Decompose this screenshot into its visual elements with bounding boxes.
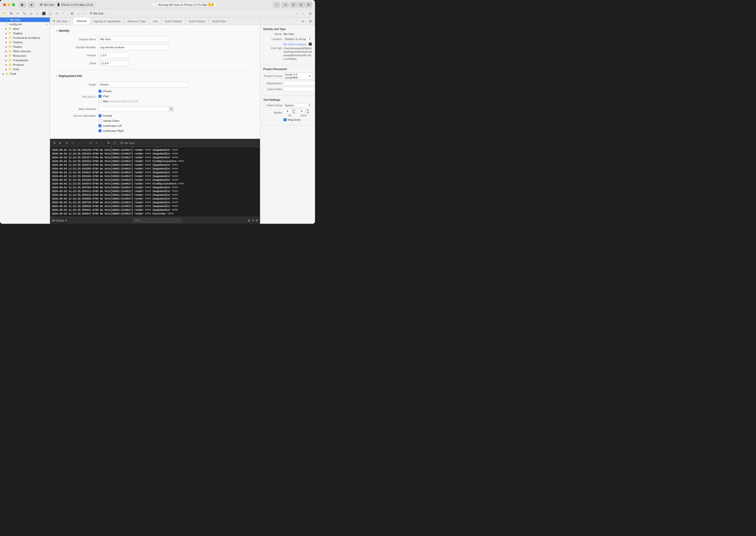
nav-back-btn[interactable]: ‹ [76, 11, 81, 16]
indent-using-select[interactable]: Spaces ▼ [283, 103, 312, 107]
main-interface-input[interactable] [98, 106, 169, 112]
we-vote-selector[interactable]: ⚙ We Vote [120, 141, 135, 145]
project-format-select[interactable]: Xcode 3.2-compatible ▼ [283, 73, 312, 80]
console-breakpoint-btn[interactable]: ⬛ [112, 141, 117, 146]
run-button[interactable]: ▶ [19, 2, 26, 8]
version-input[interactable] [98, 52, 128, 58]
share-btn[interactable]: ↑ [60, 11, 66, 16]
console-pause-btn[interactable]: ⏸ [64, 141, 69, 146]
breakpoint-btn[interactable]: ◯ [48, 11, 53, 16]
inspector-btn-1[interactable]: 📄 [292, 18, 298, 24]
sidebar-item-classes[interactable]: ▶ 📁 Classes [0, 40, 50, 45]
sidebar-item-staging[interactable]: ▶ 📁 Staging [0, 31, 50, 36]
debug-btn[interactable]: ⬛ [41, 11, 47, 16]
console-share-btn[interactable]: ↑ [100, 141, 105, 146]
add-tab-button[interactable]: + [273, 2, 280, 8]
display-name-input[interactable] [98, 37, 169, 42]
tab-signing[interactable]: Signing & Capabilities [90, 17, 124, 25]
layout-btn-3[interactable]: ⊠ [305, 2, 312, 8]
scheme-device-selector[interactable]: ⚙ We Vote › 📱 iPhone 11 Pro Max (13.3) [37, 2, 95, 7]
search-btn[interactable]: 🔍 [21, 11, 27, 16]
indent-width-up[interactable]: ▲ [306, 109, 310, 111]
dropdown-arrow[interactable]: ▼ [169, 106, 174, 112]
sidebar-item-pods-nested[interactable]: ▶ 📁 Pods [0, 67, 50, 72]
target-dropdown[interactable]: ◇ [69, 20, 70, 22]
mac-checkbox[interactable] [98, 100, 102, 103]
sidebar-item-wevote[interactable]: ▾ 🔷 We Vote [0, 17, 50, 22]
sidebar-item-frameworks[interactable]: ▶ 📁 Frameworks [0, 58, 50, 62]
portrait-checkbox[interactable]: ✓ [98, 114, 102, 117]
indent-width-down[interactable]: ▼ [306, 111, 310, 114]
layout-btn-2[interactable]: ⊞ [298, 2, 305, 8]
history-btn[interactable]: ↩ [54, 11, 59, 16]
test-btn[interactable]: ✓ [35, 11, 40, 16]
refresh-icon[interactable]: ⬛ [309, 43, 312, 46]
console-view-btn[interactable]: ≡ [94, 141, 99, 146]
layout-btn-1[interactable]: ⊟ [290, 2, 297, 8]
console-step-out-btn[interactable]: ↑ [82, 141, 87, 146]
close-button[interactable] [3, 3, 6, 6]
console-step-over-btn[interactable]: ↗ [70, 141, 75, 146]
assistant-btn[interactable]: ⊡ [308, 11, 313, 16]
output-dropdown[interactable]: All Output ▼ [52, 219, 67, 222]
sidebar-item-other-sources[interactable]: ▶ 📁 Other Sources [0, 49, 50, 53]
tab-width-input[interactable] [283, 109, 291, 114]
inspect-btn[interactable]: ⊞ [9, 11, 14, 16]
identity-section-header[interactable]: ▾ Identity [56, 29, 254, 32]
tab-build-settings[interactable]: Build Settings [161, 17, 185, 25]
breadcrumb-dropdown[interactable]: ◇ [105, 12, 106, 15]
warning-btn[interactable]: ⚠ [28, 11, 34, 16]
indent-width-input[interactable] [298, 109, 306, 114]
split-view-btn[interactable]: ⊟ [252, 219, 254, 222]
tab-width-down[interactable]: ▼ [292, 111, 295, 114]
sidebar-item-config[interactable]: 📄 config.xml M [0, 22, 50, 26]
bundle-id-input[interactable] [98, 45, 169, 50]
class-prefix-input[interactable] [283, 87, 315, 91]
organization-input[interactable] [283, 81, 315, 85]
iphone-checkbox[interactable]: ✓ [98, 90, 102, 93]
tab-general[interactable]: General [73, 17, 90, 25]
inspector-btn-2[interactable]: ⊙ [300, 18, 306, 24]
trash-button[interactable]: 🗑 [248, 219, 250, 222]
folder-btn[interactable]: 📁 [2, 11, 8, 16]
console-step-in-btn[interactable]: ↓ [76, 141, 81, 146]
tab-info[interactable]: Info [150, 17, 161, 25]
nav-arrow-right[interactable]: › [301, 11, 307, 16]
filter-input[interactable]: Filter [133, 218, 182, 223]
upside-down-checkbox[interactable] [98, 119, 102, 122]
deployment-section-header[interactable]: ▾ Deployment Info [56, 74, 254, 78]
grid-btn[interactable]: ⊞ [69, 11, 75, 16]
build-input[interactable] [98, 60, 128, 66]
sidebar-toggle-btn[interactable]: ⊞ [256, 219, 258, 222]
running-tab[interactable]: ⚠ Running We Vote on iPhone 11 Pro Max 4… [152, 2, 216, 7]
inspector-btn-3[interactable]: ⚙ [308, 18, 313, 24]
tab-build-rules[interactable]: Build Rules [209, 17, 230, 25]
sidebar-item-www[interactable]: ▶ 📁 www [0, 26, 50, 31]
breadcrumb-item[interactable]: We Vote [93, 12, 104, 15]
nav-forward-btn[interactable]: › [82, 11, 88, 16]
hierarchy-btn[interactable]: ≡ [15, 11, 20, 16]
tab-build-phases[interactable]: Build Phases [185, 17, 209, 25]
maximize-button[interactable] [12, 3, 15, 6]
stop-button[interactable]: ■ [28, 2, 35, 8]
minimize-button[interactable] [8, 3, 11, 6]
tab-width-up[interactable]: ▲ [292, 109, 295, 111]
console-hide-btn[interactable]: ☰ [52, 141, 57, 146]
location-select[interactable]: Relative to Group ▼ [283, 37, 312, 41]
tab-target-wevote[interactable]: ⚙ We Vote ◇ [50, 17, 73, 25]
sidebar-item-products[interactable]: ▶ 📁 Products [0, 62, 50, 67]
console-play-btn[interactable]: ▶ [58, 141, 63, 146]
target-select[interactable]: Device [98, 82, 188, 87]
wrap-lines-checkbox[interactable]: ✓ [283, 118, 286, 121]
landscape-right-checkbox[interactable]: ✓ [98, 129, 102, 132]
console-filter-icon-btn[interactable]: ⌘ [106, 141, 111, 146]
tab-resource-tags[interactable]: Resource Tags [124, 17, 150, 25]
nav-arrow-left[interactable]: ‹ [294, 11, 300, 16]
sidebar-item-cordovalib[interactable]: ▶ 📁 CordovaLib.xcodeproj [0, 36, 50, 40]
ipad-checkbox[interactable]: ✓ [98, 95, 102, 98]
console-layout-btn[interactable]: ⊡ [88, 141, 93, 146]
sidebar-item-pods-root[interactable]: ▶ 📁 Pods [0, 72, 50, 76]
file-link[interactable]: We Vote.xcodeproj [283, 43, 306, 46]
sidebar-item-resources[interactable]: ▶ 📁 Resources [0, 53, 50, 58]
sidebar-item-plugins[interactable]: ▶ 📁 Plugins [0, 45, 50, 49]
